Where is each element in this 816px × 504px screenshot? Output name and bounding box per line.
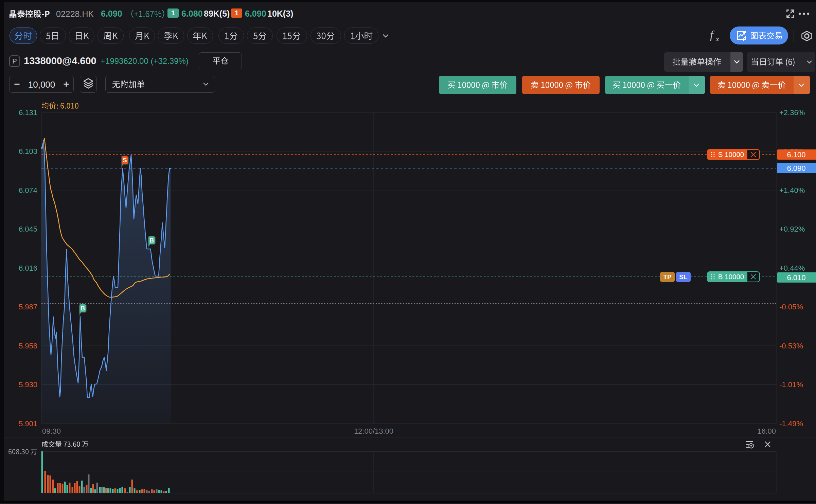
- svg-text:5.901: 5.901: [19, 419, 37, 428]
- svg-text:-0.53%: -0.53%: [779, 342, 803, 350]
- svg-text:6.045: 6.045: [19, 225, 37, 233]
- svg-text:6.016: 6.016: [19, 264, 37, 272]
- svg-text:16:00: 16:00: [757, 427, 776, 435]
- svg-text:6.090: 6.090: [787, 164, 805, 173]
- svg-text:+1.40%: +1.40%: [779, 186, 805, 195]
- svg-text:+0.44%: +0.44%: [779, 264, 805, 272]
- svg-text:5.930: 5.930: [19, 380, 37, 389]
- svg-text:B: B: [149, 237, 154, 244]
- svg-text:-1.49%: -1.49%: [779, 419, 803, 428]
- svg-text:6.103: 6.103: [19, 147, 37, 156]
- svg-text:09:30: 09:30: [42, 427, 61, 435]
- svg-text:12:00/13:00: 12:00/13:00: [354, 427, 393, 435]
- svg-text:SL: SL: [679, 273, 688, 281]
- svg-text:+2.36%: +2.36%: [779, 108, 805, 117]
- svg-text:6.131: 6.131: [19, 108, 37, 117]
- svg-text:6.074: 6.074: [19, 186, 37, 195]
- svg-text:6.100: 6.100: [787, 150, 805, 159]
- svg-text:5.987: 5.987: [19, 303, 37, 311]
- svg-text:B 10000: B 10000: [718, 273, 744, 281]
- svg-text:5.958: 5.958: [19, 342, 37, 350]
- svg-text:-1.01%: -1.01%: [779, 380, 803, 389]
- svg-text:S: S: [123, 157, 127, 164]
- svg-text:+0.92%: +0.92%: [779, 225, 805, 233]
- svg-text:S 10000: S 10000: [718, 150, 744, 158]
- svg-text:B: B: [81, 305, 85, 312]
- svg-text:6.010: 6.010: [787, 273, 805, 282]
- svg-text:-0.05%: -0.05%: [779, 303, 803, 311]
- svg-text:TP: TP: [663, 273, 672, 281]
